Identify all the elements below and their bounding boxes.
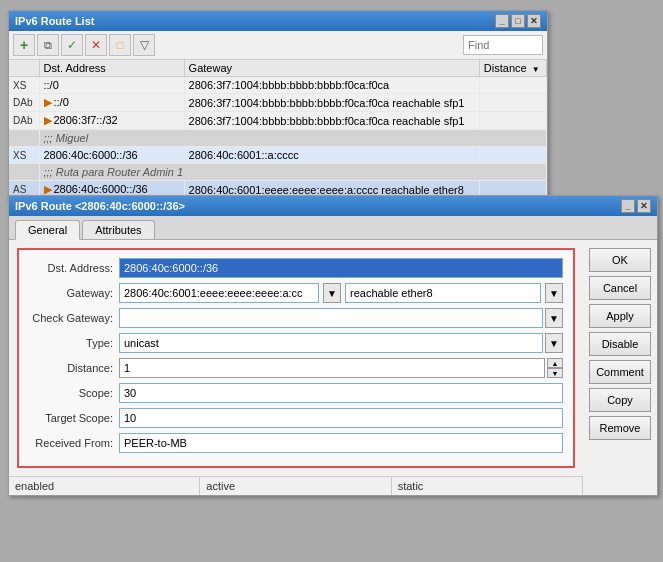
status-enabled: enabled — [9, 477, 200, 495]
col-distance[interactable]: Distance ▼ — [479, 60, 546, 77]
minimize-button[interactable]: _ — [621, 199, 635, 213]
group-label: ;;; Miguel — [39, 130, 547, 147]
group-label: ;;; Ruta para Router Admin 1 — [39, 164, 547, 181]
comment-button[interactable]: Comment — [589, 360, 651, 384]
gateway-type-dropdown-btn[interactable]: ▼ — [545, 283, 563, 303]
gateway-row: Gateway: ▼ ▼ — [29, 283, 563, 303]
row-dst: ::/0 — [39, 77, 184, 94]
dst-address-input[interactable] — [119, 258, 563, 278]
cancel-button[interactable]: Cancel — [589, 276, 651, 300]
row-dist — [479, 77, 546, 94]
table-row[interactable]: DAb ▶::/0 2806:3f7:1004:bbbb:bbbb:bbbb:f… — [9, 94, 547, 112]
filter-button[interactable]: ▽ — [133, 34, 155, 56]
check-gateway-dropdown-btn[interactable]: ▼ — [545, 308, 563, 328]
type-label: Type: — [29, 337, 119, 349]
row-flags: DAb — [9, 112, 39, 130]
dst-address-row: Dst. Address: — [29, 258, 563, 278]
arrow-icon: ▶ — [44, 183, 52, 195]
copy-item-button[interactable]: ⧉ — [37, 34, 59, 56]
route-list-controls: _ □ ✕ — [495, 14, 541, 28]
group-flags — [9, 130, 39, 147]
row-dist — [479, 94, 546, 112]
group-header-row: ;;; Ruta para Router Admin 1 — [9, 164, 547, 181]
type-dropdown-btn[interactable]: ▼ — [545, 333, 563, 353]
gateway-input[interactable] — [119, 283, 319, 303]
comment-button[interactable]: □ — [109, 34, 131, 56]
distance-row: Distance: ▲ ▼ — [29, 358, 563, 378]
check-gateway-row: Check Gateway: ▼ — [29, 308, 563, 328]
spin-up-button[interactable]: ▲ — [547, 358, 563, 368]
disable-button[interactable]: Disable — [589, 332, 651, 356]
col-gateway[interactable]: Gateway — [184, 60, 479, 77]
scope-input[interactable] — [119, 383, 563, 403]
row-dist — [479, 147, 546, 164]
group-header-row: ;;; Miguel — [9, 130, 547, 147]
type-row: Type: ▼ — [29, 333, 563, 353]
gateway-dropdown-btn[interactable]: ▼ — [323, 283, 341, 303]
table-row[interactable]: XS 2806:40c:6000::/36 2806:40c:6001::a:c… — [9, 147, 547, 164]
distance-input[interactable] — [119, 358, 545, 378]
row-flags: XS — [9, 77, 39, 94]
row-gw: 2806:40c:6001::a:cccc — [184, 147, 479, 164]
action-buttons: OK Cancel Apply Disable Comment Copy Rem… — [583, 240, 657, 495]
gateway-inputs: ▼ ▼ — [119, 283, 563, 303]
route-table: Dst. Address Gateway Distance ▼ XS ::/0 … — [9, 60, 547, 199]
status-active: active — [200, 477, 391, 495]
arrow-icon: ▶ — [44, 114, 52, 126]
arrow-icon: ▶ — [44, 96, 52, 108]
type-input[interactable] — [119, 333, 543, 353]
tab-bar: General Attributes — [9, 216, 657, 240]
col-dst[interactable]: Dst. Address — [39, 60, 184, 77]
status-static: static — [392, 477, 583, 495]
distance-spinner: ▲ ▼ — [547, 358, 563, 378]
row-gw: 2806:3f7:1004:bbbb:bbbb:bbbb:f0ca:f0ca — [184, 77, 479, 94]
target-scope-row: Target Scope: — [29, 408, 563, 428]
detail-content: Dst. Address: Gateway: ▼ ▼ Check Gateway… — [9, 240, 657, 495]
copy-button[interactable]: Copy — [589, 388, 651, 412]
route-detail-controls: _ ✕ — [621, 199, 651, 213]
spin-down-button[interactable]: ▼ — [547, 368, 563, 378]
route-list-titlebar: IPv6 Route List _ □ ✕ — [9, 11, 547, 31]
tab-general[interactable]: General — [15, 220, 80, 240]
dst-address-label: Dst. Address: — [29, 262, 119, 274]
apply-button[interactable]: Apply — [589, 304, 651, 328]
minimize-button[interactable]: _ — [495, 14, 509, 28]
form-area: Dst. Address: Gateway: ▼ ▼ Check Gateway… — [17, 248, 575, 468]
route-table-container: Dst. Address Gateway Distance ▼ XS ::/0 … — [9, 60, 547, 199]
row-dst: ▶2806:3f7::/32 — [39, 112, 184, 130]
search-input[interactable] — [463, 35, 543, 55]
gateway-type-input[interactable] — [345, 283, 541, 303]
row-flags: XS — [9, 147, 39, 164]
tab-attributes[interactable]: Attributes — [82, 220, 154, 239]
close-button[interactable]: ✕ — [637, 199, 651, 213]
col-flags — [9, 60, 39, 77]
ok-button[interactable]: OK — [589, 248, 651, 272]
target-scope-label: Target Scope: — [29, 412, 119, 424]
distance-label: Distance: — [29, 362, 119, 374]
group-flags — [9, 164, 39, 181]
check-gateway-label: Check Gateway: — [29, 312, 119, 324]
received-from-input[interactable] — [119, 433, 563, 453]
route-detail-title: IPv6 Route <2806:40c:6000::/36> — [15, 200, 185, 212]
delete-button[interactable]: ✕ — [85, 34, 107, 56]
row-dist — [479, 112, 546, 130]
check-button[interactable]: ✓ — [61, 34, 83, 56]
row-flags: DAb — [9, 94, 39, 112]
row-dst: ▶::/0 — [39, 94, 184, 112]
received-from-label: Received From: — [29, 437, 119, 449]
row-dst: 2806:40c:6000::/36 — [39, 147, 184, 164]
table-row[interactable]: DAb ▶2806:3f7::/32 2806:3f7:1004:bbbb:bb… — [9, 112, 547, 130]
check-gateway-input[interactable] — [119, 308, 543, 328]
table-row[interactable]: XS ::/0 2806:3f7:1004:bbbb:bbbb:bbbb:f0c… — [9, 77, 547, 94]
status-bar: enabled active static — [9, 476, 583, 495]
remove-button[interactable]: Remove — [589, 416, 651, 440]
distance-inputs: ▲ ▼ — [119, 358, 563, 378]
maximize-button[interactable]: □ — [511, 14, 525, 28]
close-button[interactable]: ✕ — [527, 14, 541, 28]
scope-row: Scope: — [29, 383, 563, 403]
add-button[interactable]: + — [13, 34, 35, 56]
row-gw: 2806:3f7:1004:bbbb:bbbb:bbbb:f0ca:f0ca r… — [184, 94, 479, 112]
toolbar: + ⧉ ✓ ✕ □ ▽ — [9, 31, 547, 60]
scope-label: Scope: — [29, 387, 119, 399]
target-scope-input[interactable] — [119, 408, 563, 428]
